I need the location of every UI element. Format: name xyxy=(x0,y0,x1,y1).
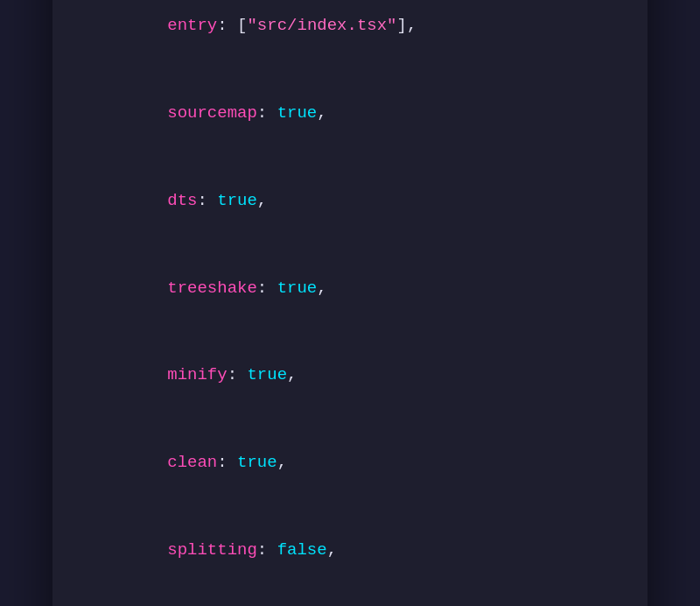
value-minify: true xyxy=(247,365,287,384)
prop-entry: entry xyxy=(147,16,217,35)
value-entry: "src/index.tsx" xyxy=(247,16,396,35)
sourcemap-line: sourcemap: true, xyxy=(88,70,612,158)
prop-sourcemap: sourcemap xyxy=(147,103,256,123)
dts-line: dts: true, xyxy=(88,158,612,245)
value-splitting: false xyxy=(277,540,327,560)
value-sourcemap: true xyxy=(277,103,318,123)
prop-clean: clean xyxy=(147,453,217,472)
value-dts: true xyxy=(217,191,257,210)
value-treeshake: true xyxy=(277,278,318,298)
code-editor: import { defineConfig } from "tsup"; exp… xyxy=(52,0,648,606)
splitting-line: splitting: false, xyxy=(88,507,612,595)
minify-line: minify: true, xyxy=(88,332,612,419)
format-line: format: ["esm"], xyxy=(88,594,612,606)
prop-treeshake: treeshake xyxy=(147,278,256,298)
prop-minify: minify xyxy=(147,365,227,384)
value-clean: true xyxy=(237,453,277,472)
treeshake-line: treeshake: true, xyxy=(88,244,612,332)
prop-dts: dts xyxy=(147,191,197,210)
code-window: tsup.config.ts import { defineConfig } f… xyxy=(52,0,648,606)
entry-line: entry: ["src/index.tsx"], xyxy=(88,0,612,70)
prop-splitting: splitting xyxy=(147,540,256,560)
clean-line: clean: true, xyxy=(88,419,612,507)
